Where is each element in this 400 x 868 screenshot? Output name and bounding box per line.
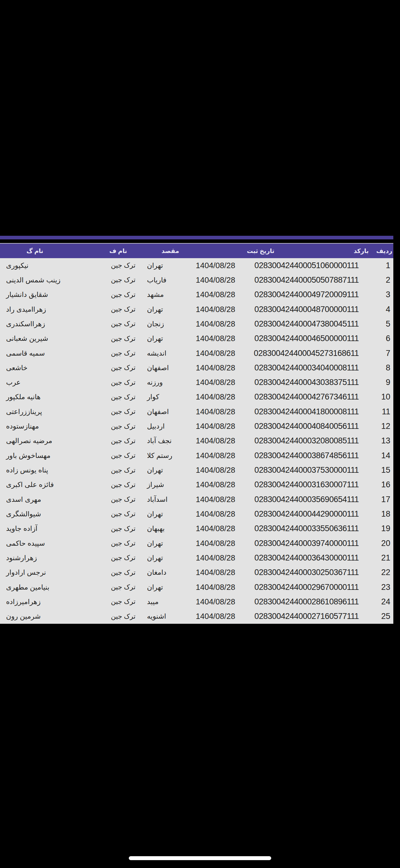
table-row: 12 028300424400040840056111 1404/08/28 ا… bbox=[0, 419, 393, 433]
cell-name-f: ترک جین bbox=[99, 393, 143, 401]
table-row: 2 028300424400050507887111 1404/08/28 فا… bbox=[0, 273, 393, 287]
cell-name-g: هانیه ملکپور bbox=[0, 393, 99, 401]
cell-barcode: 028300424400030250367111 bbox=[244, 568, 372, 577]
cell-date: 1404/08/28 bbox=[196, 495, 244, 504]
table-row: 24 028300424400028610896111 1404/08/28 م… bbox=[0, 594, 393, 609]
cell-name-f: ترک جین bbox=[99, 452, 143, 459]
cell-barcode: 028300424400051060000111 bbox=[244, 261, 372, 270]
cell-destination: میبد bbox=[143, 598, 196, 606]
cell-name-f: ترک جین bbox=[99, 261, 143, 269]
cell-row-number: 15 bbox=[372, 465, 393, 475]
cell-name-g: سپیده حاکمی bbox=[0, 539, 99, 548]
cell-barcode: 028300424400035690654111 bbox=[244, 495, 372, 504]
cell-name-g: زهرااسکندری bbox=[0, 320, 99, 328]
cell-name-f: ترک جین bbox=[99, 554, 143, 562]
cell-name-f: ترک جین bbox=[99, 305, 143, 313]
cell-name-g: سمیه قاسمی bbox=[0, 349, 99, 358]
cell-destination: مشهد bbox=[143, 290, 196, 299]
cell-name-f: ترک جین bbox=[99, 525, 143, 533]
cell-date: 1404/08/28 bbox=[196, 363, 244, 373]
cell-name-f: ترک جین bbox=[99, 481, 143, 489]
cell-name-g: بنیامین مطهری bbox=[0, 583, 99, 591]
cell-barcode: 028300424400028610896111 bbox=[244, 597, 372, 607]
cell-name-f: ترک جین bbox=[99, 423, 143, 430]
cell-destination: زنجان bbox=[143, 320, 196, 328]
table-row: 23 028300424400029670000111 1404/08/28 ت… bbox=[0, 580, 393, 594]
cell-date: 1404/08/28 bbox=[196, 568, 244, 577]
table-row: 17 028300424400035690654111 1404/08/28 ا… bbox=[0, 492, 393, 507]
cell-row-number: 2 bbox=[372, 275, 393, 285]
cell-name-g: پریناززراعتی bbox=[0, 408, 99, 416]
cell-row-number: 20 bbox=[372, 539, 393, 548]
cell-destination: تهران bbox=[143, 510, 196, 518]
cell-row-number: 25 bbox=[372, 612, 393, 621]
cell-name-g: پناه یونس زاده bbox=[0, 466, 99, 474]
cell-destination: تهران bbox=[143, 305, 196, 314]
cell-name-g: فائزه علی اکبری bbox=[0, 480, 99, 489]
cell-destination: رستم کلا bbox=[143, 452, 196, 460]
table-row: 3 028300424400049720009111 1404/08/28 مش… bbox=[0, 287, 393, 302]
cell-barcode: 028300424400049720009111 bbox=[244, 290, 372, 299]
cell-date: 1404/08/28 bbox=[196, 436, 244, 445]
cell-date: 1404/08/28 bbox=[196, 349, 244, 358]
cell-destination: تهران bbox=[143, 466, 196, 474]
table-row: 1 028300424400051060000111 1404/08/28 ته… bbox=[0, 258, 393, 273]
cell-name-f: ترک جین bbox=[99, 335, 143, 343]
cell-date: 1404/08/28 bbox=[196, 290, 244, 299]
cell-destination: اصفهان bbox=[143, 364, 196, 372]
cell-row-number: 10 bbox=[372, 392, 393, 402]
cell-destination: تهران bbox=[143, 334, 196, 343]
cell-date: 1404/08/28 bbox=[196, 305, 244, 314]
home-indicator[interactable] bbox=[129, 856, 271, 860]
cell-date: 1404/08/28 bbox=[196, 524, 244, 533]
cell-row-number: 23 bbox=[372, 583, 393, 592]
table-row: 15 028300424400037530000111 1404/08/28 ت… bbox=[0, 463, 393, 477]
cell-row-number: 7 bbox=[372, 349, 393, 358]
cell-date: 1404/08/28 bbox=[196, 451, 244, 460]
cell-barcode: 028300424400040840056111 bbox=[244, 422, 372, 431]
cell-name-f: ترک جین bbox=[99, 364, 143, 372]
cell-name-f: ترک جین bbox=[99, 437, 143, 445]
cell-row-number: 3 bbox=[372, 290, 393, 299]
cell-barcode: 028300424400037530000111 bbox=[244, 465, 372, 475]
cell-destination: اصفهان bbox=[143, 408, 196, 416]
cell-name-g: زهرامیرزاده bbox=[0, 598, 99, 606]
table-row: 20 028300424400039740000111 1404/08/28 ت… bbox=[0, 536, 393, 551]
cell-row-number: 12 bbox=[372, 422, 393, 431]
cell-date: 1404/08/28 bbox=[196, 275, 244, 285]
cell-destination: ورزنه bbox=[143, 378, 196, 386]
cell-barcode: 028300424400045273168611 bbox=[244, 349, 372, 358]
cell-name-f: ترک جین bbox=[99, 291, 143, 299]
cell-date: 1404/08/28 bbox=[196, 480, 244, 489]
cell-name-g: شیرین شعبانی bbox=[0, 334, 99, 343]
cell-barcode: 028300424400044290000111 bbox=[244, 509, 372, 519]
table-row: 9 028300424400043038375111 1404/08/28 ور… bbox=[0, 375, 393, 390]
table-row: 5 028300424400047380045111 1404/08/28 زن… bbox=[0, 317, 393, 331]
cell-name-f: ترک جین bbox=[99, 495, 143, 503]
cell-name-f: ترک جین bbox=[99, 379, 143, 386]
table-row: 19 028300424400033550636111 1404/08/28 ب… bbox=[0, 522, 393, 536]
cell-destination: کوار bbox=[143, 393, 196, 401]
table-row: 25 028300424400027160577111 1404/08/28 ا… bbox=[0, 609, 393, 624]
cell-name-g: زینب شمس الدینی bbox=[0, 276, 99, 284]
cell-date: 1404/08/28 bbox=[196, 553, 244, 563]
cell-barcode: 028300424400046500000111 bbox=[244, 334, 372, 343]
cell-row-number: 13 bbox=[372, 436, 393, 445]
table-row: 7 028300424400045273168611 1404/08/28 ان… bbox=[0, 346, 393, 361]
cell-barcode: 028300424400041800008111 bbox=[244, 407, 372, 416]
cell-row-number: 9 bbox=[372, 378, 393, 387]
cell-destination: اشنویه bbox=[143, 612, 196, 620]
cell-date: 1404/08/28 bbox=[196, 465, 244, 475]
cell-name-f: ترک جین bbox=[99, 510, 143, 518]
report-table-header: نام گ نام ف مقصد تاریخ ثبت بارکد ردیف bbox=[0, 243, 393, 258]
cell-name-g: خاشعی bbox=[0, 364, 99, 372]
cell-barcode: 028300424400036430000111 bbox=[244, 553, 372, 563]
cell-row-number: 11 bbox=[372, 407, 393, 416]
cell-date: 1404/08/28 bbox=[196, 407, 244, 416]
cell-name-f: ترک جین bbox=[99, 466, 143, 474]
cell-date: 1404/08/28 bbox=[196, 422, 244, 431]
cell-name-f: ترک جین bbox=[99, 598, 143, 606]
cell-name-g: نرجس ارادوار bbox=[0, 568, 99, 577]
cell-row-number: 17 bbox=[372, 495, 393, 504]
column-header-barcode: بارکد bbox=[354, 247, 369, 254]
